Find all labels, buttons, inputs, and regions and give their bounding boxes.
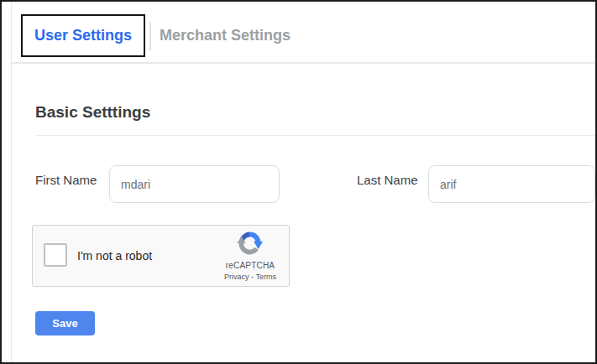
settings-page: User Settings Merchant Settings Basic Se… (0, 0, 597, 364)
first-name-input[interactable] (109, 165, 280, 203)
tab-divider (149, 22, 151, 51)
recaptcha-privacy-link[interactable]: Privacy (224, 273, 249, 281)
last-name-label: Last Name (357, 173, 418, 188)
recaptcha-label: I'm not a robot (77, 249, 152, 263)
page-title: Basic Setttings (35, 101, 150, 123)
recaptcha-logo-icon (236, 229, 264, 257)
card-top-border (11, 3, 597, 3)
card-left-border (11, 3, 12, 364)
recaptcha-links-separator: - (251, 273, 254, 281)
recaptcha-terms-link[interactable]: Terms (255, 273, 276, 281)
user-settings-highlight-box: User Settings (21, 14, 145, 57)
last-name-input[interactable] (428, 165, 595, 203)
recaptcha-checkbox[interactable] (44, 243, 67, 267)
first-name-label: First Name (35, 173, 97, 188)
tabbar-underline (11, 62, 597, 64)
tab-merchant-settings[interactable]: Merchant Settings (160, 26, 291, 44)
recaptcha-widget: I'm not a robot reCAPTCHA Privacy - Term… (32, 225, 290, 287)
save-button[interactable]: Save (35, 311, 95, 335)
recaptcha-brand-text: reCAPTCHA (212, 261, 289, 270)
recaptcha-links: Privacy - Terms (212, 273, 289, 281)
section-divider (35, 135, 597, 136)
tab-user-settings[interactable]: User Settings (34, 27, 132, 44)
